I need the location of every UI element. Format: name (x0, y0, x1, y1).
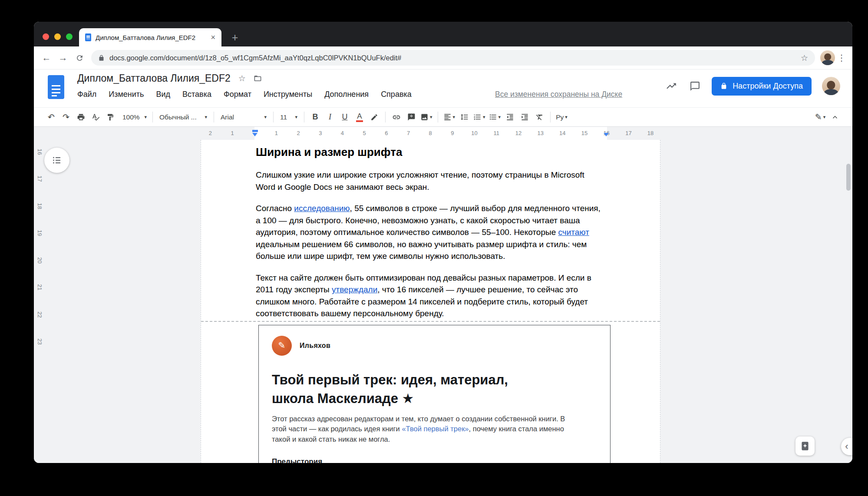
add-comment-icon (407, 113, 416, 121)
share-settings-button[interactable]: Настройки Доступа (712, 77, 812, 96)
menu-item[interactable]: Справка (381, 90, 412, 99)
doc-paragraph[interactable]: Согласно исследованию, 55 символов в стр… (256, 202, 605, 262)
star-document-icon[interactable]: ☆ (238, 73, 246, 83)
tab-close-icon[interactable]: × (211, 33, 215, 41)
document-title[interactable]: Диплом_Батталова Лилия_EDF2 (77, 73, 231, 84)
lock-icon (98, 55, 105, 61)
doc-paragraph[interactable]: Текст на сайте должен быть оптимизирован… (256, 272, 605, 320)
tab-strip: Диплом_Батталова Лилия_EDF2 × + (34, 22, 852, 46)
doc-link[interactable]: считают (558, 228, 589, 237)
collapse-panel-button[interactable]: ‹ (841, 438, 852, 455)
ruler-number: 12 (508, 127, 530, 140)
ruler-number: 6 (376, 127, 398, 140)
left-indent-marker[interactable] (252, 130, 258, 136)
explore-button[interactable] (795, 436, 815, 456)
editing-mode-button[interactable]: ✎ ▾ (813, 110, 827, 125)
browser-menu-icon[interactable]: ⋮ (835, 50, 848, 66)
dropdown-arrow-icon: ▾ (823, 115, 826, 119)
dropdown-arrow-icon: ▾ (498, 115, 501, 119)
paragraph-style-select[interactable]: Обычный ...▾ (157, 110, 210, 125)
browser-profile-avatar[interactable] (820, 50, 835, 65)
url-text[interactable]: docs.google.com/document/d/1z8_o5_wf1Cgm… (109, 54, 796, 62)
horizontal-ruler[interactable]: 21123456789101112131415161718 (34, 127, 852, 140)
numbered-list-icon (473, 113, 482, 121)
window-close-button[interactable] (43, 33, 49, 40)
paint-format-icon (106, 113, 114, 121)
clear-formatting-icon (535, 113, 544, 121)
insert-link-button[interactable] (389, 110, 403, 125)
menu-item[interactable]: Формат (224, 90, 251, 99)
document-title-row: Диплом_Батталова Лилия_EDF2 ☆ (77, 73, 262, 84)
address-bar[interactable]: docs.google.com/document/d/1z8_o5_wf1Cgm… (91, 50, 815, 66)
menu-item[interactable]: Изменить (109, 90, 144, 99)
insert-image-button[interactable]: ▾ (419, 110, 434, 125)
doc-link[interactable]: исследованию (294, 204, 350, 213)
activity-button[interactable] (665, 79, 678, 93)
reload-button[interactable] (71, 50, 88, 66)
text-color-button[interactable]: A (353, 110, 366, 125)
embedded-image[interactable]: ✎ Ильяхов Твой первый трек: идея, матери… (258, 325, 611, 463)
italic-button[interactable]: I (323, 110, 337, 125)
bookmark-star-icon[interactable]: ☆ (801, 53, 808, 63)
menu-bar: ФайлИзменитьВидВставкаФорматИнструментыД… (77, 90, 424, 99)
explore-icon (799, 440, 811, 452)
embed-author-avatar: ✎ (272, 336, 292, 356)
doc-paragraph[interactable]: Слишком узкие или широкие строки усложня… (256, 169, 605, 193)
menu-item[interactable]: Инструменты (264, 90, 312, 99)
vertical-scrollbar[interactable] (846, 164, 851, 191)
undo-icon: ↶ (48, 113, 55, 121)
bold-button[interactable]: B (308, 110, 322, 125)
printer-icon (77, 113, 85, 121)
first-line-indent-marker[interactable] (252, 130, 258, 132)
window-minimize-button[interactable] (54, 33, 61, 40)
underline-button[interactable]: U (338, 110, 352, 125)
browser-tab[interactable]: Диплом_Батталова Лилия_EDF2 × (79, 28, 221, 46)
dropdown-arrow-icon: ▾ (205, 115, 207, 119)
save-status-link[interactable]: Все изменения сохранены на Диске (495, 90, 622, 99)
document-page[interactable]: Ширина и размер шрифта Слишком узкие или… (201, 140, 660, 463)
zoom-select[interactable]: 100%▾ (121, 110, 149, 125)
font-select[interactable]: Arial▾ (218, 110, 269, 125)
doc-link[interactable]: утверждали (332, 285, 377, 294)
highlight-color-button[interactable] (367, 110, 381, 125)
forward-button[interactable]: → (55, 50, 71, 66)
collapse-toolbar-button[interactable] (828, 110, 842, 125)
doc-heading[interactable]: Ширина и размер шрифта (256, 145, 605, 159)
print-button[interactable] (74, 110, 88, 125)
undo-button[interactable]: ↶ (44, 110, 58, 125)
indent-button[interactable] (518, 110, 531, 125)
outdent-button[interactable] (503, 110, 517, 125)
page-break-line (201, 321, 660, 322)
line-spacing-button[interactable] (457, 110, 471, 125)
google-docs-logo-icon[interactable] (48, 75, 64, 99)
redo-button[interactable]: ↷ (59, 110, 73, 125)
menu-item[interactable]: Вставка (182, 90, 211, 99)
ruler-number: 22 (36, 311, 43, 317)
back-button[interactable]: ← (38, 50, 55, 66)
comments-button[interactable] (688, 79, 701, 93)
ruler-number: 2 (287, 127, 310, 140)
document-content[interactable]: Ширина и размер шрифта Слишком узкие или… (201, 140, 660, 463)
docs-profile-avatar[interactable] (822, 77, 840, 95)
new-tab-button[interactable]: + (228, 31, 241, 44)
ruler-number: 21 (36, 284, 43, 291)
window-zoom-button[interactable] (66, 33, 73, 40)
numbered-list-button[interactable]: ▾ (472, 110, 487, 125)
show-outline-button[interactable] (44, 148, 69, 173)
dropdown-arrow-icon: ▾ (430, 115, 432, 119)
paint-format-button[interactable] (103, 110, 117, 125)
menu-item[interactable]: Вид (156, 90, 170, 99)
outdent-icon (506, 113, 514, 121)
menu-item[interactable]: Файл (77, 90, 96, 99)
add-comment-button[interactable] (404, 110, 418, 125)
menu-item[interactable]: Дополнения (324, 90, 369, 99)
bulleted-list-button[interactable]: ▾ (488, 110, 502, 125)
folder-move-icon[interactable] (254, 74, 262, 83)
clear-formatting-button[interactable] (532, 110, 546, 125)
link-icon (392, 113, 401, 122)
right-indent-marker[interactable] (604, 133, 609, 136)
align-button[interactable]: ▾ (442, 110, 457, 125)
font-size-select[interactable]: 11▾ (277, 110, 300, 125)
input-tools-button[interactable]: Ру▾ (554, 110, 569, 125)
spellcheck-button[interactable] (89, 110, 102, 125)
